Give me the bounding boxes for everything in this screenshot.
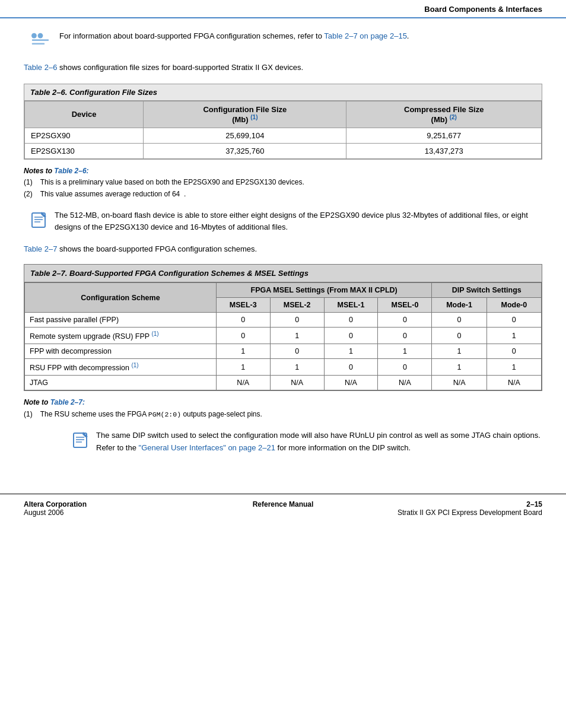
table7-msel0-header: MSEL-0	[378, 298, 432, 313]
svg-point-0	[31, 33, 37, 39]
table7-row0-mode1: 0	[432, 313, 486, 328]
table7-intro-link[interactable]: Table 2–7	[24, 244, 57, 253]
table-row: RSU FPP with decompression (1)110011	[25, 359, 542, 376]
table7-row2-mode0: 0	[486, 344, 541, 359]
table7-row1-msel0: 0	[378, 328, 432, 344]
note-text-1: For information about board-supported FP…	[59, 30, 409, 42]
info-block-3: The same DIP switch used to select the c…	[24, 430, 542, 454]
table-row: Fast passive parallel (FPP)000000	[25, 313, 542, 328]
table6-note1: (1) This is a preliminary value based on…	[24, 178, 304, 186]
table6-row2-device: EP2SGX130	[25, 144, 144, 159]
svg-rect-3	[32, 43, 44, 44]
table-2-6-title: Table 2–6. Configuration File Sizes	[24, 84, 542, 101]
table6-row2-compressed: 13,437,273	[346, 144, 542, 159]
footer-date: August 2006	[24, 508, 196, 517]
table7-row1-mode0: 1	[486, 328, 541, 344]
table7-msel1-header: MSEL-1	[324, 298, 378, 313]
intro-para-table7: Table 2–7 shows the board-supported FPGA…	[24, 243, 542, 256]
footer-doc-type: Reference Manual	[196, 500, 369, 508]
table7-row2-msel0: 1	[378, 344, 432, 359]
table-row: Remote system upgrade (RSU) FPP (1)01000…	[25, 328, 542, 344]
table7-row3-msel1: 0	[324, 359, 378, 376]
table7-row3-msel0: 0	[378, 359, 432, 376]
footer-left: Altera Corporation August 2006	[24, 500, 196, 517]
page: Board Components & Interfaces For inform…	[0, 0, 566, 728]
table7-row4-mode0: N/A	[486, 376, 541, 390]
table-row: JTAGN/AN/AN/AN/AN/AN/A	[25, 376, 542, 390]
pencil-note-icon-2	[71, 431, 90, 452]
table6-col-compressed-size: Compressed File Size(Mb) (2)	[346, 101, 542, 128]
table6-row1-config: 25,699,104	[144, 128, 346, 144]
table7-notes: Note to Table 2–7: (1) The RSU scheme us…	[24, 397, 542, 420]
table6-row2-config: 37,325,760	[144, 144, 346, 159]
info-block-2: The 512-MB, on-board flash device is abl…	[24, 209, 542, 234]
table7-row0-msel2: 0	[270, 313, 324, 328]
table7-row2-msel3: 1	[216, 344, 270, 359]
table7-row2-msel1: 1	[324, 344, 378, 359]
table7-row3-msel2: 1	[270, 359, 324, 376]
table7-row1-msel3: 0	[216, 328, 270, 344]
table7-dip-group-header: DIP Switch Settings	[432, 283, 542, 298]
svg-point-1	[38, 33, 43, 39]
header-title: Board Components & Interfaces	[424, 5, 542, 14]
table7-row1-mode1: 0	[432, 328, 486, 344]
table6-intro-link[interactable]: Table 2–6	[24, 63, 57, 72]
table6-notes: Notes to Table 2–6: (1) This is a prelim…	[24, 166, 542, 200]
footer-company: Altera Corporation	[24, 500, 196, 508]
footer-right: 2–15 Stratix II GX PCI Express Developme…	[370, 500, 542, 517]
table7-note1: (1) The RSU scheme uses the FPGA PGM(2:0…	[24, 410, 262, 418]
table7-notes-title: Note to	[24, 398, 50, 406]
table7-row4-scheme: JTAG	[25, 376, 217, 390]
table6-row1-device: EP2SGX90	[25, 128, 144, 144]
table6-notes-title: Notes to	[24, 167, 54, 175]
table7-row2-scheme: FPP with decompression	[25, 344, 217, 359]
table7-row1-scheme: Remote system upgrade (RSU) FPP (1)	[25, 328, 217, 344]
table7-row3-mode0: 1	[486, 359, 541, 376]
table6-notes-link[interactable]: Table 2–6:	[54, 167, 88, 175]
table7-row0-msel1: 0	[324, 313, 378, 328]
table7-row4-msel3: N/A	[216, 376, 270, 390]
footer-board-name: Stratix II GX PCI Express Development Bo…	[370, 508, 542, 517]
page-header: Board Components & Interfaces	[0, 0, 566, 18]
table-2-7-title: Table 2–7. Board-Supported FPGA Configur…	[24, 265, 542, 282]
table-2-6-container: Table 2–6. Configuration File Sizes Devi…	[24, 84, 542, 160]
note1-link[interactable]: Table 2–7 on page 2–15	[324, 31, 407, 40]
table7-mode1-header: Mode-1	[432, 298, 486, 313]
table7-notes-link[interactable]: Table 2–7:	[50, 398, 85, 406]
table7-row1-msel1: 0	[324, 328, 378, 344]
footer-center: Reference Manual	[196, 500, 369, 508]
table6-row1-compressed: 9,251,677	[346, 128, 542, 144]
table7-row0-msel0: 0	[378, 313, 432, 328]
table-row: FPP with decompression101110	[25, 344, 542, 359]
table7-row4-msel1: N/A	[324, 376, 378, 390]
table7-row4-msel0: N/A	[378, 376, 432, 390]
intro-para-table6: Table 2–6 shows configuration file sizes…	[24, 62, 542, 74]
table7-row2-msel2: 0	[270, 344, 324, 359]
note-block-1: For information about board-supported FP…	[24, 30, 542, 51]
table6-note2: (2) This value assumes average reduction…	[24, 190, 186, 198]
table7-row1-msel2: 1	[270, 328, 324, 344]
table7-mode0-header: Mode-0	[486, 298, 541, 313]
table7-scheme-col-header: Configuration Scheme	[25, 283, 217, 313]
footer-page-num: 2–15	[370, 500, 542, 508]
page-footer: Altera Corporation August 2006 Reference…	[0, 494, 566, 523]
note3-link[interactable]: "General User Interfaces" on page 2–21	[139, 443, 275, 452]
table7-fpga-group-header: FPGA MSEL Settings (From MAX II CPLD)	[216, 283, 432, 298]
table-2-7-container: Table 2–7. Board-Supported FPGA Configur…	[24, 264, 542, 391]
info-text-3: The same DIP switch used to select the c…	[96, 430, 542, 454]
table7-row0-mode0: 0	[486, 313, 541, 328]
table7-msel3-header: MSEL-3	[216, 298, 270, 313]
table7-row4-msel2: N/A	[270, 376, 324, 390]
table7-msel2-header: MSEL-2	[270, 298, 324, 313]
info-text-2: The 512-MB, on-board flash device is abl…	[55, 209, 542, 234]
table-row: EP2SGX90 25,699,104 9,251,677	[25, 128, 542, 144]
table6-col-config-size: Configuration File Size(Mb) (1)	[144, 101, 346, 128]
table6-col-device: Device	[25, 101, 144, 128]
table7-row2-mode1: 1	[432, 344, 486, 359]
table7-row3-mode1: 1	[432, 359, 486, 376]
note-bullet-icon	[30, 31, 51, 51]
content-area: For information about board-supported FP…	[0, 30, 566, 476]
table-2-7: Configuration Scheme FPGA MSEL Settings …	[24, 282, 542, 390]
table7-row0-msel3: 0	[216, 313, 270, 328]
svg-rect-2	[32, 39, 49, 41]
